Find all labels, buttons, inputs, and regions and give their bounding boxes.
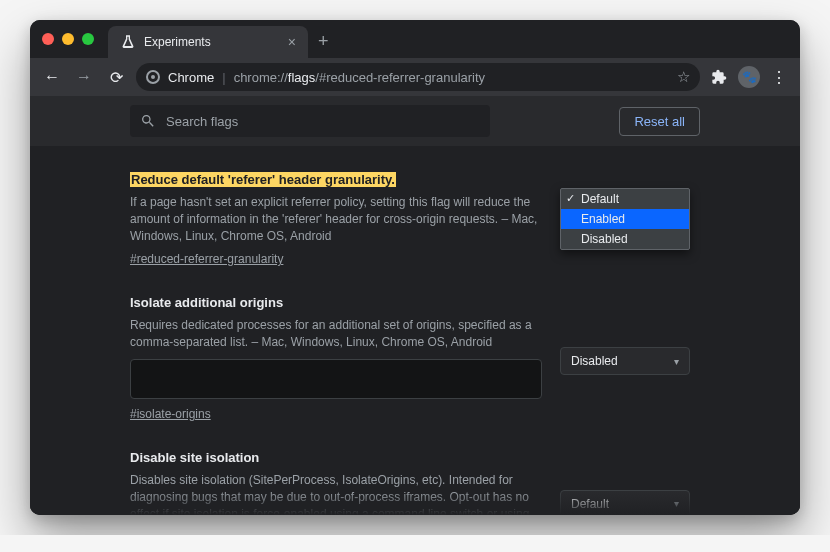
flag-item: Reduce default 'referer' header granular… [130,170,700,267]
flag-anchor-link[interactable]: #reduced-referrer-granularity [130,252,283,266]
flag-title: Reduce default 'referer' header granular… [130,172,396,187]
address-source-label: Chrome [168,70,214,85]
flag-anchor-link[interactable]: #isolate-origins [130,407,211,421]
search-placeholder: Search flags [166,114,238,129]
back-button[interactable]: ← [40,68,64,86]
flags-list: Reduce default 'referer' header granular… [30,146,800,515]
flag-title: Disable site isolation [130,450,259,465]
browser-window: Experiments × + ← → ⟳ Chrome | chrome://… [30,20,800,515]
kebab-menu-icon[interactable]: ⋮ [768,66,790,88]
chevron-down-icon: ▾ [674,356,679,367]
close-window-button[interactable] [42,33,54,45]
dropdown-option-disabled[interactable]: Disabled [561,229,689,249]
maximize-window-button[interactable] [82,33,94,45]
minimize-window-button[interactable] [62,33,74,45]
address-separator: | [222,70,225,85]
page-content: Search flags Reset all Reduce default 'r… [30,96,800,515]
flag-description: Requires dedicated processes for an addi… [130,317,542,351]
profile-avatar[interactable]: 🐾 [738,66,760,88]
flag-textarea[interactable] [130,359,542,399]
flag-select[interactable]: Disabled ▾ [560,347,690,375]
extensions-icon[interactable] [708,66,730,88]
address-bar[interactable]: Chrome | chrome://flags/#reduced-referre… [136,63,700,91]
content-fade [30,491,800,515]
close-tab-icon[interactable]: × [288,34,296,50]
window-controls [42,33,94,45]
flask-icon [120,34,136,50]
search-input[interactable]: Search flags [130,105,490,137]
reset-all-button[interactable]: Reset all [619,107,700,136]
reload-button[interactable]: ⟳ [104,68,128,87]
search-row: Search flags Reset all [30,96,800,146]
titlebar: Experiments × + [30,20,800,58]
new-tab-button[interactable]: + [318,31,329,52]
dropdown-option-default[interactable]: ✓Default [561,189,689,209]
flag-item: Isolate additional origins Requires dedi… [130,293,700,422]
flag-description: If a page hasn't set an explicit referre… [130,194,542,244]
tab-title: Experiments [144,35,211,49]
bookmark-star-icon[interactable]: ☆ [677,68,690,86]
address-url: chrome://flags/#reduced-referrer-granula… [234,70,485,85]
toolbar: ← → ⟳ Chrome | chrome://flags/#reduced-r… [30,58,800,96]
browser-tab[interactable]: Experiments × [108,26,308,58]
flag-select-dropdown[interactable]: ✓Default Enabled Disabled [560,188,690,250]
forward-button: → [72,68,96,86]
dropdown-option-enabled[interactable]: Enabled [561,209,689,229]
chrome-icon [146,70,160,84]
search-icon [140,113,156,129]
flag-title: Isolate additional origins [130,295,283,310]
